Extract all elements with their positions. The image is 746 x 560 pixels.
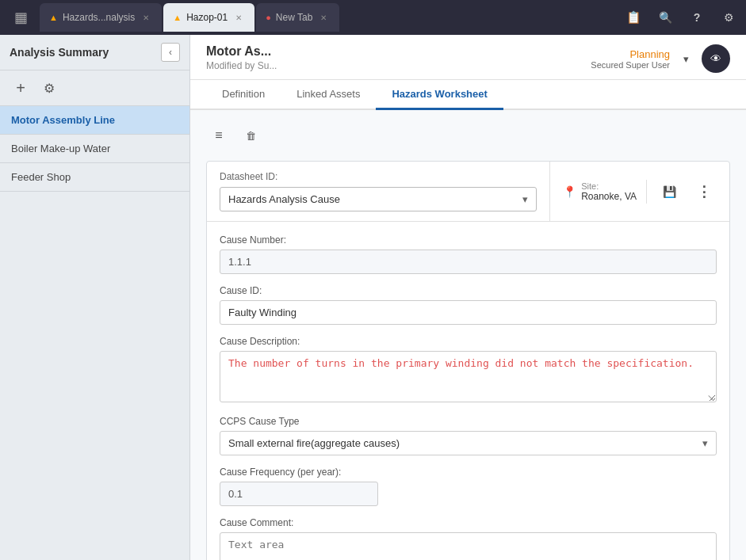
ccps-cause-type-group: CCPS Cause Type Small external fire(aggr… bbox=[220, 416, 717, 455]
cause-frequency-input[interactable] bbox=[220, 482, 378, 506]
location-pin-icon: 📍 bbox=[563, 185, 576, 198]
doc-icon: 📋 bbox=[626, 10, 641, 25]
cause-number-group: Cause Number: bbox=[220, 234, 717, 274]
save-icon: 💾 bbox=[663, 185, 676, 198]
help-icon: ? bbox=[694, 11, 701, 24]
tab-hazards-worksheet[interactable]: Hazards Worksheet bbox=[376, 80, 503, 110]
people-icon: ⚙ bbox=[44, 81, 55, 96]
site-label: Site: bbox=[581, 181, 637, 191]
sidebar-item-feeder-shop[interactable]: Feeder Shop bbox=[0, 163, 189, 192]
cause-description-label: Cause Description: bbox=[220, 336, 717, 347]
sidebar-item-motor-assembly-line[interactable]: Motor Assembly Line bbox=[0, 106, 189, 135]
form-section: Cause Number: Cause ID: Cause Descriptio… bbox=[207, 222, 729, 560]
doc-icon-btn[interactable]: 📋 bbox=[619, 3, 648, 32]
site-info: 📍 Site: Roanoke, VA bbox=[563, 181, 637, 202]
sidebar-header: Analysis Summary ‹ bbox=[0, 35, 189, 70]
add-item-button[interactable]: + bbox=[10, 77, 32, 99]
cause-description-textarea[interactable] bbox=[220, 351, 717, 402]
save-icon-btn[interactable]: 💾 bbox=[656, 179, 682, 204]
search-icon-btn[interactable]: 🔍 bbox=[651, 3, 679, 32]
ccps-cause-type-select[interactable]: Small external fire(aggregate causes) ▾ bbox=[220, 431, 717, 455]
cause-number-input[interactable] bbox=[220, 250, 717, 274]
tab-hazop-01[interactable]: ▲ Hazop-01 ✕ bbox=[163, 3, 254, 32]
circle-icon: ● bbox=[266, 13, 271, 22]
settings-icon-btn[interactable]: ⚙ bbox=[714, 3, 743, 32]
content-header: Motor As... Modified by Su... Planning S… bbox=[190, 35, 746, 80]
close-tab-2[interactable]: ✕ bbox=[232, 11, 245, 24]
help-icon-btn[interactable]: ? bbox=[683, 3, 711, 32]
sidebar-collapse-button[interactable]: ‹ bbox=[161, 43, 180, 62]
header-chevron-button[interactable]: ▾ bbox=[676, 49, 695, 68]
user-info: Secured Super User bbox=[591, 60, 670, 70]
eye-icon: 👁 bbox=[710, 52, 721, 65]
content-body: ≡ 🗑 Datasheet ID: Hazards Analysis Cause… bbox=[190, 110, 746, 560]
more-options-btn[interactable]: ⋮ bbox=[691, 179, 717, 204]
cause-frequency-group: Cause Frequency (per year): bbox=[220, 467, 717, 506]
tab-definition-label: Definition bbox=[222, 88, 265, 100]
tab-new-tab[interactable]: ● New Tab ✕ bbox=[256, 3, 339, 32]
people-button[interactable]: ⚙ bbox=[38, 77, 60, 99]
site-value: Roanoke, VA bbox=[581, 191, 637, 202]
sidebar: Analysis Summary ‹ + ⚙ Motor Assembly Li… bbox=[0, 35, 190, 560]
sidebar-title: Analysis Summary bbox=[10, 46, 109, 59]
trash-icon: 🗑 bbox=[246, 130, 256, 142]
ccps-cause-type-value: Small external fire(aggregate causes) bbox=[228, 437, 400, 449]
content-title: Motor As... bbox=[206, 44, 277, 59]
ccps-cause-type-label: CCPS Cause Type bbox=[220, 416, 717, 427]
cause-id-group: Cause ID: bbox=[220, 285, 717, 325]
header-right: Planning Secured Super User ▾ 👁 bbox=[591, 44, 730, 73]
tab-label-3: New Tab bbox=[276, 12, 312, 23]
site-text-block: Site: Roanoke, VA bbox=[581, 181, 637, 202]
sidebar-item-boiler[interactable]: Boiler Make-up Water bbox=[0, 135, 189, 163]
chevron-left-icon: ‹ bbox=[169, 47, 172, 58]
more-icon: ⋮ bbox=[697, 183, 711, 200]
ccps-chevron-icon: ▾ bbox=[702, 437, 708, 449]
tab-hazards-analysis[interactable]: ▲ Hazards...nalysis ✕ bbox=[40, 3, 162, 32]
main-layout: Analysis Summary ‹ + ⚙ Motor Assembly Li… bbox=[0, 35, 746, 560]
content-tabs: Definition Linked Assets Hazards Workshe… bbox=[190, 80, 746, 110]
tab-hazards-worksheet-label: Hazards Worksheet bbox=[392, 88, 487, 100]
cause-comment-wrapper: ↘ bbox=[220, 532, 717, 560]
cause-comment-textarea[interactable] bbox=[220, 532, 717, 560]
divider-1 bbox=[646, 180, 647, 204]
datasheet-id-label: Datasheet ID: bbox=[220, 171, 537, 182]
resize-handle-icon: ↘ bbox=[707, 393, 713, 402]
cause-description-wrapper: ↘ bbox=[220, 351, 717, 405]
tab-linked-assets-label: Linked Assets bbox=[296, 88, 360, 100]
content-title-block: Motor As... Modified by Su... bbox=[206, 44, 277, 71]
search-icon: 🔍 bbox=[659, 11, 672, 24]
list-view-button[interactable]: ≡ bbox=[206, 123, 231, 148]
cause-id-label: Cause ID: bbox=[220, 285, 717, 296]
close-tab-1[interactable]: ✕ bbox=[140, 11, 152, 24]
tab-label-2: Hazop-01 bbox=[186, 12, 228, 23]
cause-description-group: Cause Description: ↘ bbox=[220, 336, 717, 405]
tab-label-1: Hazards...nalysis bbox=[63, 12, 135, 23]
list-icon: ≡ bbox=[215, 128, 222, 143]
worksheet-toolbar: ≡ 🗑 bbox=[206, 123, 730, 148]
form-card: Datasheet ID: Hazards Analysis Cause ▾ 📍… bbox=[206, 161, 730, 560]
planning-block: Planning Secured Super User bbox=[591, 48, 670, 70]
cause-id-input[interactable] bbox=[220, 300, 717, 325]
datasheet-select-value: Hazards Analysis Cause bbox=[228, 193, 340, 205]
tab-linked-assets[interactable]: Linked Assets bbox=[281, 80, 376, 110]
triangle-icon-2: ▲ bbox=[173, 13, 182, 22]
dashboard-tab-icon[interactable]: ▦ bbox=[3, 0, 38, 35]
sidebar-item-label-3: Feeder Shop bbox=[11, 171, 71, 183]
planning-badge: Planning bbox=[591, 48, 670, 60]
sidebar-item-label-1: Motor Assembly Line bbox=[11, 114, 115, 126]
sidebar-item-label-2: Boiler Make-up Water bbox=[11, 143, 110, 154]
datasheet-row: Datasheet ID: Hazards Analysis Cause ▾ 📍… bbox=[207, 162, 729, 222]
chevron-down-icon: ▾ bbox=[683, 53, 689, 65]
cause-number-label: Cause Number: bbox=[220, 234, 717, 246]
content-subtitle: Modified by Su... bbox=[206, 60, 277, 71]
cause-comment-group: Cause Comment: ↘ bbox=[220, 517, 717, 560]
chevron-down-icon-select: ▾ bbox=[522, 193, 528, 205]
cause-comment-label: Cause Comment: bbox=[220, 517, 717, 528]
eye-button[interactable]: 👁 bbox=[702, 44, 730, 73]
content-area: Motor As... Modified by Su... Planning S… bbox=[190, 35, 746, 560]
delete-button[interactable]: 🗑 bbox=[238, 123, 263, 148]
datasheet-select[interactable]: Hazards Analysis Cause ▾ bbox=[220, 187, 537, 211]
datasheet-right: 📍 Site: Roanoke, VA 💾 ⋮ bbox=[549, 162, 729, 221]
close-tab-3[interactable]: ✕ bbox=[317, 11, 330, 24]
tab-definition[interactable]: Definition bbox=[206, 80, 281, 110]
